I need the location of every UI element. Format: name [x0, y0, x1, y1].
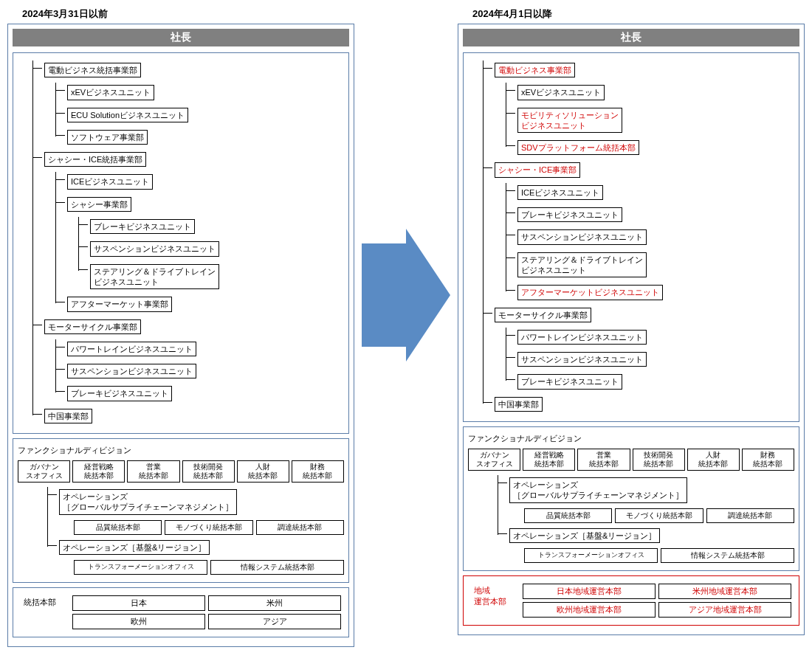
div3-c2: ブレーキビジネスユニット [67, 386, 172, 401]
div2: シャシー・ICE統括事業部 ICEビジネスユニット シャシー事業部 ブレーキビジ… [33, 150, 344, 314]
rops1-c0: 品質統括本部 [524, 508, 612, 523]
rdiv1-c3: SDVプラットフォーム統括本部 [517, 140, 639, 155]
region-2: 欧州 [72, 614, 205, 629]
chassis-sub: シャシー事業部 [67, 197, 131, 212]
region-grid-r: 日本地域運営本部 米州地域運営本部 欧州地域運営本部 アジア地域運営本部 [523, 584, 791, 618]
ops1-c1: モノづくり統括本部 [165, 520, 252, 535]
hq1: 経営戦略 統括本部 [72, 460, 125, 483]
div3-c1: サスペンションビジネスユニット [67, 364, 196, 378]
rdiv2-c0: ICEビジネスユニット [517, 185, 603, 200]
hq3: 技術開発 統括本部 [182, 460, 235, 483]
rdiv4-name: 中国事業部 [495, 397, 543, 412]
div1-c0: xEVビジネスユニット [67, 85, 154, 100]
before-panel: 2024年3月31日以前 社長 電動ビジネス統括事業部 xEVビジネスユニット … [7, 7, 354, 647]
ops2-c1: 情報システム統括本部 [210, 560, 344, 575]
region-0: 日本 [72, 595, 205, 611]
div3-name: モーターサイクル事業部 [44, 319, 141, 334]
rops1-c1: モノづくり統括本部 [615, 508, 703, 523]
ops1-title: オペレーションズ ［グローバルサプライチェーンマネジメント］ [59, 489, 237, 515]
rdiv1-c1: xEVビジネスユニット [517, 85, 605, 100]
rdiv2-c1: ブレーキビジネスユニット [517, 207, 622, 222]
region-grid: 日本 米州 欧州 アジア [72, 595, 341, 629]
func-title: ファンクショナルディビジョン [18, 443, 344, 457]
hq5: 財務 統括本部 [292, 460, 344, 483]
rops1-title: オペレーションズ ［グローバルサプライチェーンマネジメント］ [509, 477, 687, 503]
rdiv4: 中国事業部 [484, 395, 794, 414]
functional-division: ファンクショナルディビジョン ガバナン スオフィス 経営戦略 統括本部 営業 統… [13, 438, 349, 583]
rdiv2: シャシー・ICE事業部 ICEビジネスユニット ブレーキビジネスユニット サスペ… [484, 160, 794, 302]
rdiv3-c0: パワートレインビジネスユニット [517, 330, 647, 345]
rdiv2-children: ICEビジネスユニット ブレーキビジネスユニット サスペンションビジネスユニット… [506, 183, 794, 302]
chassis-children: ブレーキビジネスユニット サスペンションビジネスユニット ステアリング＆ドライブ… [78, 217, 344, 291]
div1-c1: ECU Solutionビジネスユニット [67, 108, 188, 122]
rhq0: ガバナン スオフィス [468, 449, 520, 471]
before-title: 2024年3月31日以前 [7, 7, 354, 21]
div2-children: ICEビジネスユニット シャシー事業部 ブレーキビジネスユニット サスペンション… [55, 172, 344, 314]
rdiv1-c2: モビリティソリューション ビジネスユニット [517, 108, 622, 134]
div1-name: 電動ビジネス統括事業部 [44, 63, 141, 77]
functional-division-r: ファンクショナルディビジョン ガバナン スオフィス 経営戦略 統括本部 営業 統… [463, 426, 799, 571]
rdiv2-c3: ステアリング＆ドライブトレイン ビジネスユニット [517, 252, 647, 278]
rdiv2-c2: サスペンションビジネスユニット [517, 229, 647, 244]
rhq5: 財務 統括本部 [742, 449, 794, 471]
president-box: 社長 [13, 29, 349, 46]
after-panel: 2024年4月1日以降 社長 電動ビジネス事業部 xEVビジネスユニット モビリ… [458, 7, 805, 635]
rdiv2-c5: アフターマーケットビジネスユニット [517, 285, 663, 300]
region-section-r: 地域 運営本部 日本地域運営本部 米州地域運営本部 欧州地域運営本部 アジア地域… [463, 575, 799, 626]
div1-c2: ソフトウェア事業部 [67, 130, 148, 145]
div3-children: パワートレインビジネスユニット サスペンションビジネスユニット ブレーキビジネス… [55, 339, 344, 404]
chassis-c0: ブレーキビジネスユニット [90, 219, 195, 234]
rdiv3: モーターサイクル事業部 パワートレインビジネスユニット サスペンションビジネスユ… [484, 305, 794, 392]
ops1-c0: 品質統括本部 [74, 520, 162, 535]
ops2-c0: トランスフォーメーションオフィス [74, 560, 207, 575]
rregion-2: 欧州地域運営本部 [523, 602, 656, 618]
div4: 中国事業部 [33, 407, 344, 426]
rdiv2-name: シャシー・ICE事業部 [495, 162, 580, 177]
rdiv3-name: モーターサイクル事業部 [495, 308, 591, 322]
president-box-r: 社長 [463, 29, 799, 46]
rdiv3-children: パワートレインビジネスユニット サスペンションビジネスユニット ブレーキビジネス… [506, 328, 794, 392]
svg-marker-0 [362, 229, 450, 362]
rdiv3-c1: サスペンションビジネスユニット [517, 352, 647, 367]
div2-c2: アフターマーケット事業部 [67, 297, 172, 311]
rhq3: 技術開発 統括本部 [633, 449, 685, 471]
div1: 電動ビジネス統括事業部 xEVビジネスユニット ECU Solutionビジネス… [33, 60, 344, 147]
rregion-1: 米州地域運営本部 [658, 584, 791, 599]
chassis-c2: ステアリング＆ドライブトレイン ビジネスユニット [90, 264, 219, 290]
region-label-r: 地域 運営本部 [471, 584, 515, 618]
org-chart-comparison: 2024年3月31日以前 社長 電動ビジネス統括事業部 xEVビジネスユニット … [7, 7, 805, 647]
div2-name: シャシー・ICE統括事業部 [44, 152, 146, 167]
ops-tree-r: オペレーションズ ［グローバルサプライチェーンマネジメント］ 品質統括本部 モノ… [498, 475, 794, 563]
func-title-r: ファンクショナルディビジョン [468, 432, 794, 446]
ops-tree: オペレーションズ ［グローバルサプライチェーンマネジメント］ 品質統括本部 モノ… [47, 487, 344, 575]
div2-c1: ICEビジネスユニット [67, 174, 153, 189]
rregion-0: 日本地域運営本部 [523, 584, 656, 599]
rdiv3-c2: ブレーキビジネスユニット [517, 374, 622, 389]
div4-name: 中国事業部 [44, 409, 92, 423]
hq-row: ガバナン スオフィス 経営戦略 統括本部 営業 統括本部 技術開発 統括本部 人… [18, 460, 344, 483]
tree-root-r: 電動ビジネス事業部 xEVビジネスユニット モビリティソリューション ビジネスユ… [483, 60, 794, 414]
rhq4: 人財 統括本部 [687, 449, 740, 471]
ops2-title: オペレーションズ［基盤&リージョン］ [59, 540, 210, 555]
div3-c0: パワートレインビジネスユニット [67, 342, 196, 356]
rops2-title: オペレーションズ［基盤&リージョン］ [509, 528, 660, 543]
rops2-children: トランスフォーメーションオフィス 情報システム統括本部 [524, 548, 794, 563]
ops1-c2: 調達統括本部 [256, 520, 344, 535]
business-divisions-r: 電動ビジネス事業部 xEVビジネスユニット モビリティソリューション ビジネスユ… [463, 52, 799, 422]
arrow-icon [362, 229, 450, 362]
rops2-c0: トランスフォーメーションオフィス [524, 548, 658, 563]
before-outer: 社長 電動ビジネス統括事業部 xEVビジネスユニット ECU Solutionビ… [7, 24, 354, 647]
after-title: 2024年4月1日以降 [458, 7, 805, 21]
region-section: 統括本部 日本 米州 欧州 アジア [13, 587, 349, 637]
tree-root: 電動ビジネス統括事業部 xEVビジネスユニット ECU Solutionビジネス… [32, 60, 344, 426]
rdiv1-name: 電動ビジネス事業部 [495, 63, 575, 77]
region-3: アジア [208, 614, 341, 629]
rhq1: 経営戦略 統括本部 [523, 449, 575, 471]
hq-row-r: ガバナン スオフィス 経営戦略 統括本部 営業 統括本部 技術開発 統括本部 人… [468, 449, 794, 471]
hq0: ガバナン スオフィス [18, 460, 70, 483]
hq2: 営業 統括本部 [127, 460, 179, 483]
rops1-children: 品質統括本部 モノづくり統括本部 調達統括本部 [524, 508, 794, 523]
rops1-c2: 調達統括本部 [706, 508, 794, 523]
ops2-children: トランスフォーメーションオフィス 情報システム統括本部 [74, 560, 344, 575]
after-outer: 社長 電動ビジネス事業部 xEVビジネスユニット モビリティソリューション ビジ… [458, 24, 805, 635]
